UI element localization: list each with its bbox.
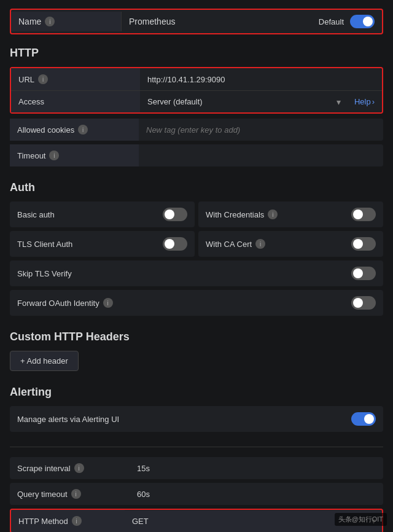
http-method-label-text: HTTP Method	[18, 517, 68, 526]
scrape-interval-row: Scrape interval i 15s	[10, 457, 383, 479]
auth-section: Auth Basic auth With Credentials i	[10, 181, 383, 316]
with-ca-cert-text: With CA Cert	[206, 240, 252, 249]
query-timeout-info-icon[interactable]: i	[71, 489, 81, 499]
name-label-cell: Name i	[11, 12, 122, 31]
basic-auth-row: Basic auth	[10, 201, 195, 227]
http-method-label-cell: HTTP Method i	[11, 510, 125, 532]
with-credentials-info-icon[interactable]: i	[268, 209, 278, 219]
url-row: URL i	[11, 68, 382, 91]
scrape-interval-info-icon[interactable]: i	[74, 463, 84, 473]
tls-client-auth-toggle[interactable]	[163, 237, 187, 251]
with-ca-cert-row: With CA Cert i	[198, 231, 383, 257]
auth-grid: Basic auth With Credentials i TLS Client…	[10, 201, 383, 257]
scrape-interval-text: Scrape interval	[17, 464, 71, 473]
allowed-cookies-info-icon[interactable]: i	[78, 125, 88, 135]
url-access-group: URL i Access Server (default) Browser ▾	[10, 67, 383, 114]
name-input-wrapper	[122, 12, 311, 31]
manage-alerts-label: Manage alerts via Alerting UI	[17, 415, 345, 424]
with-ca-cert-toggle[interactable]	[351, 237, 376, 251]
timeout-info-icon[interactable]: i	[49, 151, 59, 160]
name-input[interactable]	[122, 12, 311, 31]
auth-section-header: Auth	[10, 181, 383, 194]
http-method-info-icon[interactable]: i	[72, 516, 82, 526]
with-credentials-row: With Credentials i	[198, 201, 383, 227]
allowed-cookies-form-row: Allowed cookies i	[10, 119, 383, 141]
with-credentials-toggle[interactable]	[351, 208, 376, 221]
allowed-cookies-label-cell: Allowed cookies i	[10, 119, 139, 141]
name-info-icon[interactable]: i	[45, 17, 55, 26]
default-toggle[interactable]	[350, 15, 375, 28]
forward-oauth-text: Forward OAuth Identity	[17, 299, 99, 308]
with-credentials-text: With Credentials	[206, 210, 264, 219]
custom-headers-header: Custom HTTP Headers	[10, 331, 383, 343]
access-select-wrapper: Server (default) Browser ▾	[140, 91, 347, 112]
scrape-interval-value: 15s	[137, 464, 376, 473]
timeout-input[interactable]	[139, 145, 383, 166]
with-ca-cert-info-icon[interactable]: i	[255, 239, 265, 249]
url-input[interactable]	[140, 69, 382, 90]
access-row: Access Server (default) Browser ▾ Help ›	[11, 91, 382, 112]
with-ca-cert-label: With CA Cert i	[206, 239, 345, 249]
basic-auth-text: Basic auth	[17, 210, 55, 219]
watermark: 头条@知行OIT	[335, 513, 387, 526]
http-method-row: HTTP Method i GET POST ▾	[10, 509, 383, 532]
default-label: Default	[319, 17, 344, 26]
basic-auth-label: Basic auth	[17, 210, 157, 219]
allowed-cookies-label-text: Allowed cookies	[17, 125, 74, 135]
query-timeout-row: Query timeout i 60s	[10, 483, 383, 505]
help-link-text: Help	[354, 97, 371, 106]
add-header-button[interactable]: + Add header	[10, 351, 79, 371]
skip-tls-label: Skip TLS Verify	[17, 269, 345, 278]
scrape-interval-label: Scrape interval i	[17, 463, 131, 473]
access-label-cell: Access	[11, 91, 140, 112]
allowed-cookies-input[interactable]	[139, 119, 383, 141]
query-timeout-text: Query timeout	[17, 490, 68, 499]
query-timeout-value: 60s	[137, 490, 376, 499]
url-label-text: URL	[18, 75, 34, 84]
skip-tls-toggle[interactable]	[351, 267, 376, 280]
timeout-label-text: Timeout	[17, 151, 45, 160]
forward-oauth-label: Forward OAuth Identity i	[17, 298, 345, 308]
manage-alerts-row: Manage alerts via Alerting UI	[10, 406, 383, 432]
name-label-text: Name	[18, 17, 41, 26]
forward-oauth-row: Forward OAuth Identity i	[10, 290, 383, 316]
basic-auth-toggle[interactable]	[163, 208, 187, 221]
divider	[10, 447, 383, 447]
tls-client-auth-row: TLS Client Auth	[10, 231, 195, 257]
timeout-form-row: Timeout i	[10, 144, 383, 166]
help-chevron-icon: ›	[372, 97, 375, 106]
alerting-header: Alerting	[10, 386, 383, 399]
url-label-cell: URL i	[11, 68, 140, 90]
timeout-row: Timeout i	[10, 144, 383, 166]
http-section: HTTP URL i Access Server (default)	[10, 47, 383, 166]
help-link[interactable]: Help ›	[347, 91, 382, 112]
access-select[interactable]: Server (default) Browser	[140, 91, 347, 112]
allowed-cookies-row: Allowed cookies i	[10, 119, 383, 141]
access-label-text: Access	[18, 97, 44, 106]
name-section: Name i Default	[10, 9, 383, 34]
page-container: Name i Default HTTP URL i	[0, 0, 393, 532]
name-right: Default	[311, 10, 382, 33]
custom-headers-section: Custom HTTP Headers + Add header	[10, 331, 383, 371]
alerting-section: Alerting Manage alerts via Alerting UI	[10, 386, 383, 432]
prometheus-section: Scrape interval i 15s Query timeout i 60…	[10, 457, 383, 532]
tls-client-auth-label: TLS Client Auth	[17, 240, 157, 249]
skip-tls-text: Skip TLS Verify	[17, 269, 72, 278]
url-info-icon[interactable]: i	[38, 74, 48, 84]
timeout-label-cell: Timeout i	[10, 144, 139, 166]
forward-oauth-toggle[interactable]	[351, 296, 376, 310]
query-timeout-label: Query timeout i	[17, 489, 131, 499]
tls-client-auth-text: TLS Client Auth	[17, 240, 72, 249]
manage-alerts-toggle[interactable]	[351, 412, 376, 426]
skip-tls-row: Skip TLS Verify	[10, 260, 383, 286]
http-section-header: HTTP	[10, 47, 383, 60]
forward-oauth-info-icon[interactable]: i	[103, 298, 113, 308]
add-header-button-text: + Add header	[20, 356, 68, 366]
with-credentials-label: With Credentials i	[206, 209, 345, 219]
